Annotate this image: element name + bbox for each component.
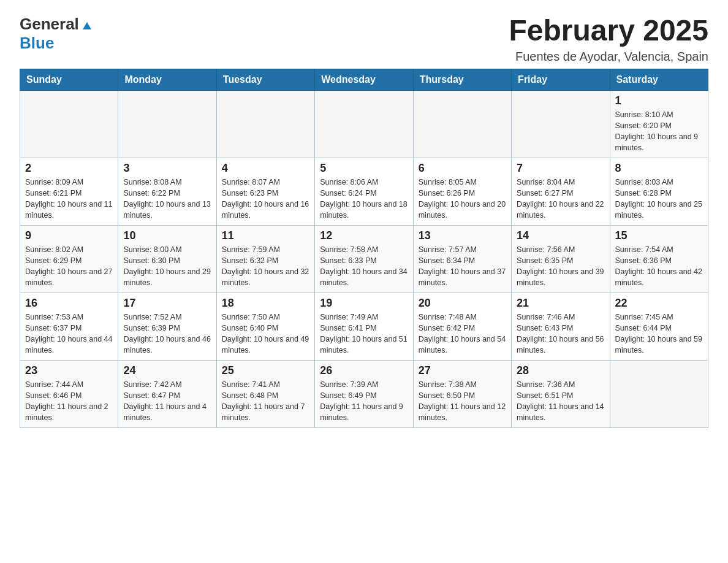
day-info: Sunrise: 8:03 AMSunset: 6:28 PMDaylight:…: [615, 177, 703, 221]
day-number: 25: [222, 364, 309, 377]
day-info: Sunrise: 7:48 AMSunset: 6:42 PMDaylight:…: [419, 312, 506, 356]
calendar-title: February 2025: [509, 15, 708, 47]
calendar-day-cell: [512, 90, 610, 158]
day-info: Sunrise: 7:57 AMSunset: 6:34 PMDaylight:…: [419, 244, 506, 289]
day-info: Sunrise: 7:56 AMSunset: 6:35 PMDaylight:…: [517, 244, 604, 289]
page-header: General Blue February 2025 Fuentes de Ay…: [20, 15, 708, 64]
calendar-day-cell: 10Sunrise: 8:00 AMSunset: 6:30 PMDayligh…: [118, 225, 216, 293]
day-number: 12: [320, 229, 408, 242]
calendar-day-cell: 26Sunrise: 7:39 AMSunset: 6:49 PMDayligh…: [315, 360, 413, 427]
calendar-subtitle: Fuentes de Ayodar, Valencia, Spain: [509, 50, 708, 64]
calendar-day-cell: 11Sunrise: 7:59 AMSunset: 6:32 PMDayligh…: [216, 225, 314, 293]
day-info: Sunrise: 7:53 AMSunset: 6:37 PMDaylight:…: [25, 312, 113, 356]
day-info: Sunrise: 7:59 AMSunset: 6:32 PMDaylight:…: [222, 244, 309, 289]
weekday-header-sunday: Sunday: [20, 69, 118, 90]
weekday-row: SundayMondayTuesdayWednesdayThursdayFrid…: [20, 69, 708, 90]
day-number: 9: [25, 229, 113, 242]
calendar-week-row: 9Sunrise: 8:02 AMSunset: 6:29 PMDaylight…: [20, 225, 708, 293]
calendar-day-cell: 20Sunrise: 7:48 AMSunset: 6:42 PMDayligh…: [413, 293, 511, 360]
day-info: Sunrise: 8:10 AMSunset: 6:20 PMDaylight:…: [615, 109, 703, 154]
calendar-body: 1Sunrise: 8:10 AMSunset: 6:20 PMDaylight…: [20, 90, 708, 427]
calendar-day-cell: 17Sunrise: 7:52 AMSunset: 6:39 PMDayligh…: [118, 293, 216, 360]
calendar-day-cell: 18Sunrise: 7:50 AMSunset: 6:40 PMDayligh…: [216, 293, 314, 360]
day-number: 6: [419, 162, 506, 175]
day-info: Sunrise: 7:54 AMSunset: 6:36 PMDaylight:…: [615, 244, 703, 289]
calendar-week-row: 23Sunrise: 7:44 AMSunset: 6:46 PMDayligh…: [20, 360, 708, 427]
logo-general-text: General: [20, 15, 79, 34]
day-info: Sunrise: 8:08 AMSunset: 6:22 PMDaylight:…: [123, 177, 211, 221]
day-number: 21: [517, 297, 604, 310]
day-info: Sunrise: 8:00 AMSunset: 6:30 PMDaylight:…: [123, 244, 211, 289]
calendar-day-cell: 28Sunrise: 7:36 AMSunset: 6:51 PMDayligh…: [512, 360, 610, 427]
day-info: Sunrise: 7:42 AMSunset: 6:47 PMDaylight:…: [123, 379, 211, 424]
day-info: Sunrise: 7:50 AMSunset: 6:40 PMDaylight:…: [222, 312, 309, 356]
day-info: Sunrise: 8:05 AMSunset: 6:26 PMDaylight:…: [419, 177, 506, 221]
weekday-header-friday: Friday: [512, 69, 610, 90]
calendar-week-row: 2Sunrise: 8:09 AMSunset: 6:21 PMDaylight…: [20, 158, 708, 225]
day-number: 11: [222, 229, 309, 242]
calendar-day-cell: 16Sunrise: 7:53 AMSunset: 6:37 PMDayligh…: [20, 293, 118, 360]
day-number: 18: [222, 297, 309, 310]
title-block: February 2025 Fuentes de Ayodar, Valenci…: [509, 15, 708, 64]
day-info: Sunrise: 8:09 AMSunset: 6:21 PMDaylight:…: [25, 177, 113, 221]
day-info: Sunrise: 7:58 AMSunset: 6:33 PMDaylight:…: [320, 244, 408, 289]
svg-marker-0: [83, 22, 91, 29]
day-number: 2: [25, 162, 113, 175]
calendar-week-row: 1Sunrise: 8:10 AMSunset: 6:20 PMDaylight…: [20, 90, 708, 158]
calendar-day-cell: 6Sunrise: 8:05 AMSunset: 6:26 PMDaylight…: [413, 158, 511, 225]
weekday-header-saturday: Saturday: [610, 69, 708, 90]
day-number: 28: [517, 364, 604, 377]
day-info: Sunrise: 7:44 AMSunset: 6:46 PMDaylight:…: [25, 379, 113, 424]
calendar-day-cell: 3Sunrise: 8:08 AMSunset: 6:22 PMDaylight…: [118, 158, 216, 225]
day-number: 1: [615, 94, 703, 107]
calendar-day-cell: 19Sunrise: 7:49 AMSunset: 6:41 PMDayligh…: [315, 293, 413, 360]
day-info: Sunrise: 7:46 AMSunset: 6:43 PMDaylight:…: [517, 312, 604, 356]
logo-triangle-icon: [80, 18, 94, 32]
day-number: 7: [517, 162, 604, 175]
calendar-day-cell: 22Sunrise: 7:45 AMSunset: 6:44 PMDayligh…: [610, 293, 708, 360]
calendar-day-cell: [20, 90, 118, 158]
day-number: 24: [123, 364, 211, 377]
day-number: 4: [222, 162, 309, 175]
day-number: 5: [320, 162, 408, 175]
day-number: 15: [615, 229, 703, 242]
day-number: 3: [123, 162, 211, 175]
day-info: Sunrise: 8:04 AMSunset: 6:27 PMDaylight:…: [517, 177, 604, 221]
day-info: Sunrise: 7:38 AMSunset: 6:50 PMDaylight:…: [419, 379, 506, 424]
day-number: 26: [320, 364, 408, 377]
calendar-day-cell: 27Sunrise: 7:38 AMSunset: 6:50 PMDayligh…: [413, 360, 511, 427]
calendar-day-cell: 7Sunrise: 8:04 AMSunset: 6:27 PMDaylight…: [512, 158, 610, 225]
weekday-header-wednesday: Wednesday: [315, 69, 413, 90]
calendar-day-cell: 14Sunrise: 7:56 AMSunset: 6:35 PMDayligh…: [512, 225, 610, 293]
calendar-day-cell: 24Sunrise: 7:42 AMSunset: 6:47 PMDayligh…: [118, 360, 216, 427]
day-info: Sunrise: 8:06 AMSunset: 6:24 PMDaylight:…: [320, 177, 408, 221]
weekday-header-monday: Monday: [118, 69, 216, 90]
calendar-day-cell: [118, 90, 216, 158]
calendar-day-cell: 4Sunrise: 8:07 AMSunset: 6:23 PMDaylight…: [216, 158, 314, 225]
day-number: 20: [419, 297, 506, 310]
day-number: 17: [123, 297, 211, 310]
day-info: Sunrise: 8:02 AMSunset: 6:29 PMDaylight:…: [25, 244, 113, 289]
weekday-header-tuesday: Tuesday: [216, 69, 314, 90]
day-number: 8: [615, 162, 703, 175]
day-info: Sunrise: 7:41 AMSunset: 6:48 PMDaylight:…: [222, 379, 309, 424]
calendar-day-cell: 1Sunrise: 8:10 AMSunset: 6:20 PMDaylight…: [610, 90, 708, 158]
calendar-day-cell: 2Sunrise: 8:09 AMSunset: 6:21 PMDaylight…: [20, 158, 118, 225]
day-number: 19: [320, 297, 408, 310]
calendar-table: SundayMondayTuesdayWednesdayThursdayFrid…: [20, 69, 708, 428]
calendar-day-cell: 8Sunrise: 8:03 AMSunset: 6:28 PMDaylight…: [610, 158, 708, 225]
day-info: Sunrise: 7:36 AMSunset: 6:51 PMDaylight:…: [517, 379, 604, 424]
day-info: Sunrise: 7:45 AMSunset: 6:44 PMDaylight:…: [615, 312, 703, 356]
day-number: 13: [419, 229, 506, 242]
day-info: Sunrise: 8:07 AMSunset: 6:23 PMDaylight:…: [222, 177, 309, 221]
calendar-day-cell: [610, 360, 708, 427]
calendar-day-cell: 5Sunrise: 8:06 AMSunset: 6:24 PMDaylight…: [315, 158, 413, 225]
day-number: 27: [419, 364, 506, 377]
calendar-day-cell: [315, 90, 413, 158]
day-number: 14: [517, 229, 604, 242]
day-number: 10: [123, 229, 211, 242]
day-number: 22: [615, 297, 703, 310]
day-number: 16: [25, 297, 113, 310]
calendar-day-cell: 25Sunrise: 7:41 AMSunset: 6:48 PMDayligh…: [216, 360, 314, 427]
calendar-day-cell: 13Sunrise: 7:57 AMSunset: 6:34 PMDayligh…: [413, 225, 511, 293]
